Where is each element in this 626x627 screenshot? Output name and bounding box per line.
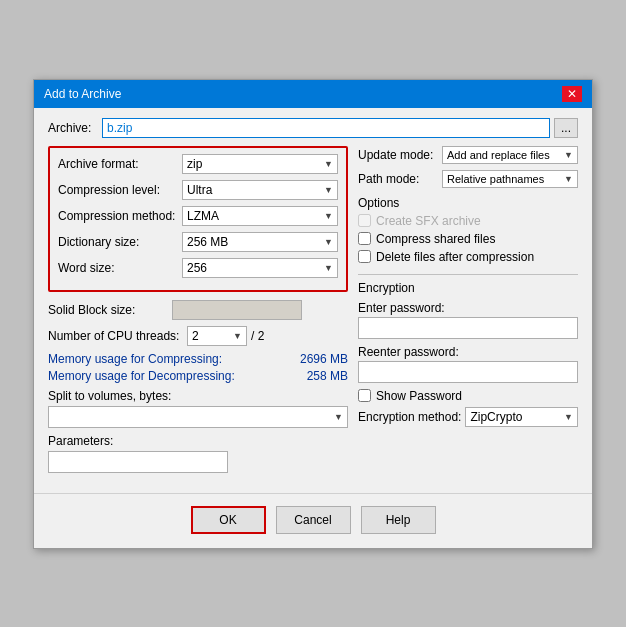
split-label: Split to volumes, bytes: [48, 389, 348, 403]
archive-format-row: Archive format: zip ▼ [58, 154, 338, 174]
archive-format-dropdown[interactable]: zip ▼ [182, 154, 338, 174]
close-button[interactable]: ✕ [562, 86, 582, 102]
show-password-row: Show Password [358, 389, 578, 403]
enter-password-input[interactable] [358, 317, 578, 339]
enc-method-label: Encryption method: [358, 410, 461, 424]
params-label: Parameters: [48, 434, 348, 448]
archive-input-wrap: ... [102, 118, 578, 138]
memory-decompress-value: 258 MB [307, 369, 348, 383]
update-mode-value: Add and replace files [447, 149, 550, 161]
create-sfx-label: Create SFX archive [376, 214, 481, 228]
memory-decompress-label: Memory usage for Decompressing: [48, 369, 235, 383]
enc-method-value: ZipCrypto [470, 410, 522, 424]
update-mode-row: Update mode: Add and replace files ▼ [358, 146, 578, 164]
cpu-total: / 2 [251, 329, 264, 343]
memory-compress-label: Memory usage for Compressing: [48, 352, 222, 366]
cpu-row: Number of CPU threads: 2 ▼ / 2 [48, 326, 348, 346]
archive-label: Archive: [48, 121, 96, 135]
path-mode-arrow: ▼ [564, 174, 573, 184]
dictionary-size-row: Dictionary size: 256 MB ▼ [58, 232, 338, 252]
word-size-label: Word size: [58, 261, 178, 275]
create-sfx-row: Create SFX archive [358, 214, 578, 228]
delete-after-row: Delete files after compression [358, 250, 578, 264]
update-mode-dropdown[interactable]: Add and replace files ▼ [442, 146, 578, 164]
left-column: Archive format: zip ▼ Compression level:… [48, 146, 348, 473]
path-mode-value: Relative pathnames [447, 173, 544, 185]
enc-method-row: Encryption method: ZipCrypto ▼ [358, 407, 578, 427]
reenter-password-input[interactable] [358, 361, 578, 383]
memory-compress-value: 2696 MB [300, 352, 348, 366]
compression-level-label: Compression level: [58, 183, 178, 197]
cpu-dropdown[interactable]: 2 ▼ [187, 326, 247, 346]
word-size-value: 256 [187, 261, 207, 275]
show-password-checkbox[interactable] [358, 389, 371, 402]
params-input[interactable] [48, 451, 228, 473]
compression-method-row: Compression method: LZMA ▼ [58, 206, 338, 226]
delete-after-label: Delete files after compression [376, 250, 534, 264]
memory-decompress-row: Memory usage for Decompressing: 258 MB [48, 369, 348, 383]
browse-button[interactable]: ... [554, 118, 578, 138]
create-sfx-checkbox[interactable] [358, 214, 371, 227]
cpu-value: 2 [192, 329, 199, 343]
content-area: Archive: ... Archive format: zip ▼ [34, 108, 592, 483]
cancel-button[interactable]: Cancel [276, 506, 351, 534]
reenter-password-label: Reenter password: [358, 345, 578, 359]
enter-password-label: Enter password: [358, 301, 578, 315]
path-mode-row: Path mode: Relative pathnames ▼ [358, 170, 578, 188]
dictionary-size-value: 256 MB [187, 235, 228, 249]
word-size-dropdown[interactable]: 256 ▼ [182, 258, 338, 278]
help-button[interactable]: Help [361, 506, 436, 534]
path-mode-dropdown[interactable]: Relative pathnames ▼ [442, 170, 578, 188]
options-title: Options [358, 196, 578, 210]
solid-block-label: Solid Block size: [48, 303, 168, 317]
compression-method-label: Compression method: [58, 209, 178, 223]
compression-method-value: LZMA [187, 209, 219, 223]
red-box: Archive format: zip ▼ Compression level:… [48, 146, 348, 292]
archive-format-value: zip [187, 157, 202, 171]
update-mode-label: Update mode: [358, 148, 438, 162]
encryption-title: Encryption [358, 281, 578, 295]
delete-after-checkbox[interactable] [358, 250, 371, 263]
cpu-arrow: ▼ [233, 331, 242, 341]
ok-button[interactable]: OK [191, 506, 266, 534]
archive-format-label: Archive format: [58, 157, 178, 171]
footer: OK Cancel Help [34, 493, 592, 548]
split-dropdown[interactable]: ▼ [48, 406, 348, 428]
main-columns: Archive format: zip ▼ Compression level:… [48, 146, 578, 473]
memory-compress-row: Memory usage for Compressing: 2696 MB [48, 352, 348, 366]
encryption-section: Encryption Enter password: Reenter passw… [358, 274, 578, 427]
archive-input[interactable] [102, 118, 550, 138]
word-size-arrow: ▼ [324, 263, 333, 273]
compress-shared-label: Compress shared files [376, 232, 495, 246]
solid-block-row: Solid Block size: [48, 300, 348, 320]
solid-block-input[interactable] [172, 300, 302, 320]
split-arrow: ▼ [334, 412, 343, 422]
enc-method-arrow: ▼ [564, 412, 573, 422]
update-mode-arrow: ▼ [564, 150, 573, 160]
compression-level-value: Ultra [187, 183, 212, 197]
word-size-row: Word size: 256 ▼ [58, 258, 338, 278]
archive-format-arrow: ▼ [324, 159, 333, 169]
dictionary-size-label: Dictionary size: [58, 235, 178, 249]
main-window: Add to Archive ✕ Archive: ... Archive fo… [33, 79, 593, 549]
compression-level-row: Compression level: Ultra ▼ [58, 180, 338, 200]
compress-shared-row: Compress shared files [358, 232, 578, 246]
right-column: Update mode: Add and replace files ▼ Pat… [358, 146, 578, 473]
compression-level-dropdown[interactable]: Ultra ▼ [182, 180, 338, 200]
path-mode-label: Path mode: [358, 172, 438, 186]
title-bar: Add to Archive ✕ [34, 80, 592, 108]
dictionary-size-dropdown[interactable]: 256 MB ▼ [182, 232, 338, 252]
archive-row: Archive: ... [48, 118, 578, 138]
compression-level-arrow: ▼ [324, 185, 333, 195]
enc-method-dropdown[interactable]: ZipCrypto ▼ [465, 407, 578, 427]
compression-method-dropdown[interactable]: LZMA ▼ [182, 206, 338, 226]
dictionary-size-arrow: ▼ [324, 237, 333, 247]
window-title: Add to Archive [44, 87, 121, 101]
compress-shared-checkbox[interactable] [358, 232, 371, 245]
cpu-label: Number of CPU threads: [48, 329, 183, 343]
options-section: Options Create SFX archive Compress shar… [358, 196, 578, 264]
compression-method-arrow: ▼ [324, 211, 333, 221]
show-password-label: Show Password [376, 389, 462, 403]
